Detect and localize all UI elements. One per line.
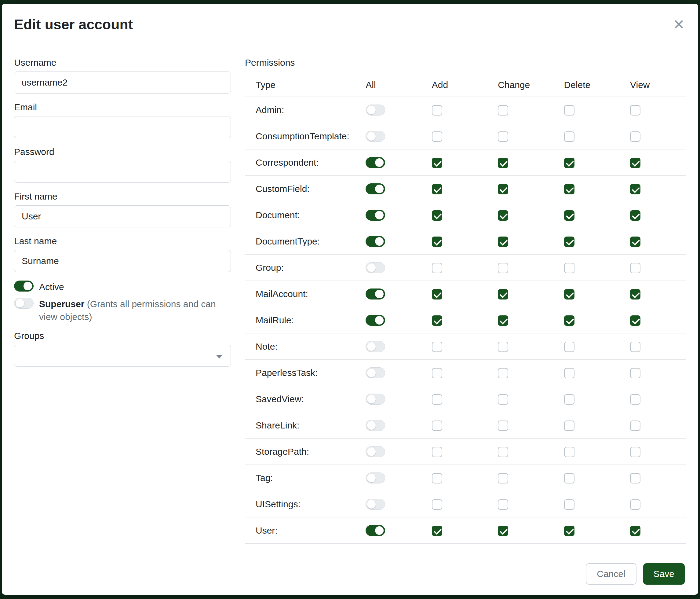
permission-view-checkbox[interactable] [630, 131, 641, 142]
permission-change-checkbox[interactable] [498, 342, 508, 352]
permission-add-checkbox[interactable] [432, 394, 442, 405]
permission-delete-checkbox[interactable] [564, 368, 574, 378]
permission-add-checkbox[interactable] [432, 421, 442, 431]
permission-view-checkbox[interactable] [630, 184, 641, 194]
permission-add-checkbox[interactable] [432, 263, 442, 273]
save-button[interactable]: Save [643, 563, 685, 585]
permission-delete-checkbox[interactable] [564, 131, 574, 142]
permission-change-checkbox[interactable] [498, 263, 508, 273]
permission-add-checkbox[interactable] [432, 526, 442, 536]
permission-all-toggle[interactable] [366, 262, 385, 273]
permission-view-checkbox[interactable] [630, 237, 641, 247]
permission-change-checkbox[interactable] [498, 421, 508, 431]
permission-delete-checkbox[interactable] [564, 184, 574, 194]
permission-all-toggle[interactable] [366, 367, 385, 378]
permission-view-checkbox[interactable] [630, 210, 641, 221]
permission-add-checkbox[interactable] [432, 289, 442, 300]
permission-all-toggle[interactable] [366, 183, 385, 194]
permission-delete-checkbox[interactable] [564, 210, 574, 221]
permission-change-checkbox[interactable] [498, 237, 508, 247]
permission-all-toggle[interactable] [366, 341, 385, 352]
permission-all-toggle[interactable] [366, 157, 385, 168]
permission-all-toggle[interactable] [366, 104, 385, 116]
permission-add-checkbox[interactable] [432, 105, 442, 116]
permission-all-toggle[interactable] [366, 473, 385, 483]
permission-add-checkbox[interactable] [432, 447, 442, 457]
permission-change-checkbox[interactable] [498, 158, 508, 168]
permission-change-checkbox[interactable] [498, 368, 508, 378]
permission-all-toggle[interactable] [366, 420, 385, 431]
permission-delete-checkbox[interactable] [564, 237, 574, 247]
permission-delete-checkbox[interactable] [564, 158, 574, 168]
permission-all-toggle[interactable] [366, 288, 385, 300]
permission-all-toggle[interactable] [366, 393, 385, 405]
permission-add-checkbox[interactable] [432, 473, 442, 483]
permission-view-checkbox[interactable] [630, 105, 641, 116]
permission-view-checkbox[interactable] [630, 499, 641, 510]
first-name-input[interactable] [14, 206, 231, 227]
permission-change-checkbox[interactable] [498, 315, 508, 326]
permission-view-checkbox[interactable] [630, 394, 641, 405]
permission-delete-checkbox[interactable] [564, 289, 574, 300]
permission-add-checkbox[interactable] [432, 315, 442, 326]
permission-view-checkbox[interactable] [630, 368, 641, 378]
permission-delete-checkbox[interactable] [564, 526, 574, 536]
permission-change-checkbox[interactable] [498, 289, 508, 300]
permission-change-checkbox[interactable] [498, 184, 508, 194]
permission-view-checkbox[interactable] [630, 315, 641, 326]
permission-change-checkbox[interactable] [498, 210, 508, 221]
permission-all-toggle[interactable] [366, 315, 385, 326]
column-header-view: View [620, 73, 686, 97]
permission-all-toggle[interactable] [366, 236, 385, 247]
permission-delete-checkbox[interactable] [564, 105, 574, 116]
active-toggle[interactable] [14, 281, 33, 291]
permission-all-toggle[interactable] [366, 446, 385, 457]
permission-view-checkbox[interactable] [630, 289, 641, 300]
permission-all-toggle[interactable] [366, 210, 385, 221]
permission-view-checkbox[interactable] [630, 342, 641, 352]
username-input[interactable] [14, 72, 231, 94]
superuser-toggle[interactable] [14, 298, 33, 309]
last-name-input[interactable] [14, 250, 231, 272]
permission-delete-checkbox[interactable] [564, 447, 574, 457]
modal-footer: Cancel Save [2, 553, 698, 595]
permission-change-checkbox[interactable] [498, 473, 508, 483]
permission-change-checkbox[interactable] [498, 105, 508, 116]
permission-add-checkbox[interactable] [432, 158, 442, 168]
permission-view-checkbox[interactable] [630, 473, 641, 483]
permission-add-checkbox[interactable] [432, 237, 442, 247]
permission-all-toggle[interactable] [366, 499, 385, 510]
password-input[interactable] [14, 161, 231, 183]
permission-change-checkbox[interactable] [498, 447, 508, 457]
permission-change-checkbox[interactable] [498, 499, 508, 510]
permission-delete-checkbox[interactable] [564, 263, 574, 273]
permission-add-checkbox[interactable] [432, 342, 442, 352]
permission-add-checkbox[interactable] [432, 499, 442, 510]
permission-all-toggle[interactable] [366, 525, 385, 536]
permission-row: MailAccount: [245, 281, 686, 307]
permission-change-checkbox[interactable] [498, 394, 508, 405]
permission-delete-checkbox[interactable] [564, 315, 574, 326]
permission-view-checkbox[interactable] [630, 447, 641, 457]
email-input[interactable] [14, 116, 231, 138]
permission-delete-checkbox[interactable] [564, 342, 574, 352]
groups-select[interactable] [14, 345, 231, 367]
permission-delete-checkbox[interactable] [564, 499, 574, 510]
close-icon[interactable]: ✕ [673, 18, 685, 31]
permission-row: Document: [245, 202, 686, 228]
permission-change-checkbox[interactable] [498, 131, 508, 142]
permission-view-checkbox[interactable] [630, 158, 641, 168]
cancel-button[interactable]: Cancel [586, 563, 636, 585]
permission-add-checkbox[interactable] [432, 131, 442, 142]
permission-delete-checkbox[interactable] [564, 473, 574, 483]
permission-change-checkbox[interactable] [498, 526, 508, 536]
permission-add-checkbox[interactable] [432, 210, 442, 221]
permission-add-checkbox[interactable] [432, 368, 442, 378]
permission-view-checkbox[interactable] [630, 421, 641, 431]
permission-view-checkbox[interactable] [630, 263, 641, 273]
permission-all-toggle[interactable] [366, 131, 385, 142]
permission-delete-checkbox[interactable] [564, 394, 574, 405]
permission-delete-checkbox[interactable] [564, 421, 574, 431]
permission-view-checkbox[interactable] [630, 526, 641, 536]
permission-add-checkbox[interactable] [432, 184, 442, 194]
